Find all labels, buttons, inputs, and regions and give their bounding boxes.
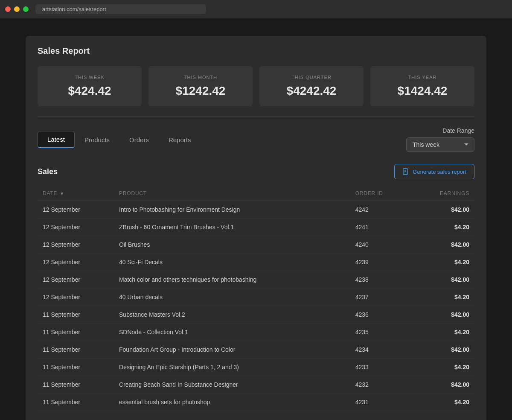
table-row: 11 September Designing An Epic Starship …	[38, 359, 474, 376]
cell-earnings: $4.20	[411, 359, 474, 376]
stat-label: THIS MONTH	[159, 75, 242, 80]
content-area: Sales Report THIS WEEK $424.42 THIS MONT…	[0, 19, 512, 420]
col-date[interactable]: DATE ▼	[38, 186, 114, 201]
cell-order-id: 4232	[350, 376, 411, 394]
cell-order-id: 4234	[350, 341, 411, 359]
maximize-button[interactable]	[23, 6, 29, 12]
cell-date: 12 September	[38, 201, 114, 219]
cell-earnings: $42.00	[411, 341, 474, 359]
cell-date: 12 September	[38, 254, 114, 271]
cell-product: Oil Brushes	[114, 236, 350, 254]
table-row: 12 September ZBrush - 60 Ornament Trim B…	[38, 219, 474, 236]
cell-date: 11 September	[38, 376, 114, 394]
cell-date: 11 September	[38, 341, 114, 359]
table-row: 11 September Foundation Art Group - Intr…	[38, 341, 474, 359]
cell-order-id: 4236	[350, 306, 411, 324]
cell-earnings: $42.00	[411, 201, 474, 219]
table-row: 12 September Match color and others tech…	[38, 271, 474, 289]
cell-date: 12 September	[38, 219, 114, 236]
cell-order-id: 4241	[350, 219, 411, 236]
close-button[interactable]	[5, 6, 11, 12]
date-range-label: Date Range	[442, 127, 474, 134]
cell-order-id: 4235	[350, 324, 411, 341]
col-earnings: EARNINGS	[411, 186, 474, 201]
address-bar[interactable]: artstation.com/salesreport	[35, 4, 206, 14]
cell-product: Intro to Photobashing for Environment De…	[114, 201, 350, 219]
divider	[38, 117, 474, 117]
col-product: PRODUCT	[114, 186, 350, 201]
cell-order-id: 4238	[350, 271, 411, 289]
cell-earnings: $42.00	[411, 376, 474, 394]
cell-order-id: 4239	[350, 254, 411, 271]
table-row: 12 September 40 Sci-Fi Decals 4239 $4.20	[38, 254, 474, 271]
cell-product: Foundation Art Group - Introduction to C…	[114, 341, 350, 359]
minimize-button[interactable]	[14, 6, 20, 12]
report-icon	[402, 168, 409, 175]
sales-section-title: Sales	[38, 167, 58, 176]
sales-header: Sales Generate sales report	[38, 164, 474, 179]
stat-card-this-week: THIS WEEK $424.42	[38, 66, 142, 106]
cell-product: Creating Beach Sand In Substance Designe…	[114, 376, 350, 394]
cell-product: Match color and others techniques for ph…	[114, 271, 350, 289]
cell-date: 12 September	[38, 271, 114, 289]
cell-product: Substance Masters Vol.2	[114, 306, 350, 324]
stat-label: THIS WEEK	[48, 75, 131, 80]
stat-value: $424.42	[48, 84, 131, 98]
sales-report-panel: Sales Report THIS WEEK $424.42 THIS MONT…	[26, 36, 486, 420]
cell-earnings: $4.20	[411, 394, 474, 411]
page-title: Sales Report	[38, 46, 474, 56]
cell-date: 11 September	[38, 394, 114, 411]
cell-earnings: $4.20	[411, 324, 474, 341]
cell-order-id: 4233	[350, 359, 411, 376]
table-row: 12 September Intro to Photobashing for E…	[38, 201, 474, 219]
stat-card-this-quarter: THIS QUARTER $4242.42	[259, 66, 364, 106]
cell-order-id: 4231	[350, 394, 411, 411]
table-row: 11 September essential brush sets for ph…	[38, 394, 474, 411]
stat-card-this-month: THIS MONTH $1242.42	[148, 66, 253, 106]
table-row: 12 September Oil Brushes 4240 $42.00	[38, 236, 474, 254]
date-range-block: Date Range This weekThis monthThis quart…	[406, 127, 474, 152]
col-order-id: ORDER ID	[350, 186, 411, 201]
cell-product: ZBrush - 60 Ornament Trim Brushes - Vol.…	[114, 219, 350, 236]
cell-order-id: 4237	[350, 289, 411, 306]
generate-button-label: Generate sales report	[413, 169, 466, 175]
cell-earnings: $4.20	[411, 254, 474, 271]
stats-row: THIS WEEK $424.42 THIS MONTH $1242.42 TH…	[38, 66, 474, 106]
stat-value: $1242.42	[159, 84, 242, 98]
table-row: 11 September Substance Masters Vol.2 423…	[38, 306, 474, 324]
sales-table: DATE ▼ PRODUCT ORDER ID EARNINGS 12 Sept…	[38, 186, 474, 411]
cell-product: 40 Urban decals	[114, 289, 350, 306]
table-body: 12 September Intro to Photobashing for E…	[38, 201, 474, 411]
cell-date: 12 September	[38, 289, 114, 306]
cell-product: SDNode - Collection Vol.1	[114, 324, 350, 341]
table-row: 12 September 40 Urban decals 4237 $4.20	[38, 289, 474, 306]
cell-date: 11 September	[38, 324, 114, 341]
tab-latest[interactable]: Latest	[38, 131, 75, 148]
cell-earnings: $4.20	[411, 289, 474, 306]
cell-product: Designing An Epic Starship (Parts 1, 2 a…	[114, 359, 350, 376]
stat-value: $1424.42	[381, 84, 464, 98]
cell-earnings: $42.00	[411, 271, 474, 289]
cell-order-id: 4242	[350, 201, 411, 219]
cell-date: 11 September	[38, 306, 114, 324]
cell-earnings: $4.20	[411, 219, 474, 236]
stat-value: $4242.42	[270, 84, 353, 98]
generate-sales-report-button[interactable]: Generate sales report	[394, 164, 474, 179]
cell-product: 40 Sci-Fi Decals	[114, 254, 350, 271]
table-header: DATE ▼ PRODUCT ORDER ID EARNINGS	[38, 186, 474, 201]
cell-date: 11 September	[38, 359, 114, 376]
tab-reports[interactable]: Reports	[159, 131, 201, 148]
cell-earnings: $42.00	[411, 306, 474, 324]
tabs-row: LatestProductsOrdersReports Date Range T…	[38, 127, 474, 152]
tabs: LatestProductsOrdersReports	[38, 131, 201, 148]
tab-products[interactable]: Products	[75, 131, 119, 148]
tab-orders[interactable]: Orders	[119, 131, 159, 148]
cell-earnings: $42.00	[411, 236, 474, 254]
cell-product: essential brush sets for photoshop	[114, 394, 350, 411]
date-range-select[interactable]: This weekThis monthThis quarterThis year	[406, 137, 474, 152]
stat-card-this-year: THIS YEAR $1424.42	[370, 66, 474, 106]
sort-icon: ▼	[60, 191, 64, 196]
stat-label: THIS YEAR	[381, 75, 464, 80]
cell-order-id: 4240	[350, 236, 411, 254]
cell-date: 12 September	[38, 236, 114, 254]
